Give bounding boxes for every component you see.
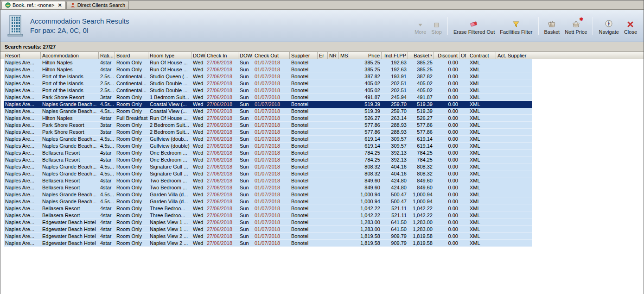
column-header-incl_fl_pp[interactable]: Incl.Fl.PP (382, 52, 408, 59)
table-row[interactable]: Naples Are...Edgewater Beach Hotel4starR… (4, 219, 532, 226)
cell-incl_fl_pp: 521.11 (382, 205, 408, 212)
cell-board: Room Only (115, 136, 148, 142)
cell-ms (339, 115, 349, 121)
cell-room_type: Studio Double ... (148, 80, 191, 87)
table-row[interactable]: Naples Are...Naples Grande Beach...4.5s.… (4, 191, 532, 198)
column-header-supplier[interactable]: Supplier (290, 52, 318, 59)
cell-rating: 4.5s... (99, 191, 115, 198)
column-header-discount[interactable]: Discount (434, 52, 459, 59)
cell-rating: 3star (99, 129, 115, 135)
more-arrow-icon (417, 19, 423, 28)
table-row[interactable]: Naples Are...Naples Grande Beach...4.5s.… (4, 136, 532, 143)
column-header-dow_in[interactable]: DOW (191, 52, 205, 59)
cell-room_type: Two Bedroom ... (148, 184, 191, 191)
table-row[interactable]: Naples Are...Naples Grande Beach...4.5s.… (4, 170, 532, 177)
column-header-accommodation[interactable]: Accommodation (41, 52, 99, 59)
tab-booking-ref[interactable]: Book. ref.: <none> ✕ (1, 1, 66, 9)
cell-accommodation: Hilton Naples (41, 66, 99, 73)
table-row[interactable]: Naples Are...Naples Grande Beach...4.5s.… (4, 143, 532, 150)
cell-contract: XML (468, 101, 496, 107)
basket-button[interactable]: Basket (544, 19, 560, 35)
column-header-act_supplier[interactable]: Act. Supplier (496, 52, 532, 59)
cell-basket: 784.25 (408, 150, 434, 156)
table-row[interactable]: Naples Are...Park Shore Resort3starRoom … (4, 94, 532, 101)
column-header-contract[interactable]: Contract (468, 52, 496, 59)
table-row[interactable]: Naples Are...Naples Grande Beach...4.5s.… (4, 101, 532, 108)
cell-act_supplier (496, 150, 532, 156)
column-header-ms[interactable]: MS (339, 52, 349, 59)
column-header-price[interactable]: Price (349, 52, 382, 59)
cell-er (318, 184, 328, 191)
table-row[interactable]: Naples Are...Naples Grande Beach...4.5s.… (4, 163, 532, 170)
cell-room_type: Signature Gulf ... (148, 170, 191, 177)
cell-room_type: One Bedroom ... (148, 150, 191, 156)
table-row[interactable]: Naples Are...Naples Grande Beach...4.5s.… (4, 198, 532, 205)
column-header-rating[interactable]: Rati... (99, 52, 115, 59)
table-row[interactable]: Naples Are...Edgewater Beach Hotel4starR… (4, 240, 532, 247)
more-button[interactable]: More (414, 19, 426, 35)
cell-contract: XML (468, 80, 496, 87)
close-button[interactable]: Close (624, 19, 637, 35)
cell-dow_out: Sun (238, 240, 253, 246)
table-row[interactable]: Naples Are...Hilton Naples4starFull Brea… (4, 115, 532, 122)
table-row[interactable]: Naples Are...Port of the Islands2.5s...C… (4, 87, 532, 94)
cell-resort: Naples Are... (4, 240, 41, 246)
cell-supplier: Bonotel (290, 101, 318, 107)
table-row[interactable]: Naples Are...Naples Grande Beach...4.5s.… (4, 108, 532, 115)
table-row[interactable]: Naples Are...Bellasera Resort4starRoom O… (4, 150, 532, 156)
tab-direct-clients-search[interactable]: Direct Clients Search (66, 1, 129, 9)
column-header-nr[interactable]: NR (328, 52, 339, 59)
cell-price: 519.39 (349, 108, 382, 114)
cell-dow_out: Sun (238, 129, 253, 135)
cell-accommodation: Naples Grande Beach... (41, 108, 99, 114)
facilities-filter-button[interactable]: Facilities Filter (500, 19, 532, 35)
table-row[interactable]: Naples Are...Bellasera Resort4starRoom O… (4, 205, 532, 212)
cell-nr (328, 205, 339, 212)
erase-filtered-out-button[interactable]: Erase Filtered Out (453, 19, 495, 35)
table-row[interactable]: Naples Are...Edgewater Beach Hotel4starR… (4, 226, 532, 233)
column-header-check_in[interactable]: Check In (205, 52, 238, 59)
stop-button[interactable]: Stop (431, 19, 442, 35)
tab-close-icon[interactable]: ✕ (58, 3, 62, 7)
table-row[interactable]: Naples Are...Park Shore Resort3starRoom … (4, 122, 532, 129)
column-header-room_type[interactable]: Room type (148, 52, 191, 59)
column-header-dow_out[interactable]: DOW (238, 52, 253, 59)
cell-room_type: Coastal View (... (148, 101, 191, 107)
toolbar-separator (447, 17, 448, 35)
cell-nr (328, 59, 339, 66)
table-row[interactable]: Naples Are...Bellasera Resort4starRoom O… (4, 156, 532, 163)
cell-dow_in: Wed (191, 143, 205, 149)
table-row[interactable]: Naples Are...Hilton Naples4starRoom Only… (4, 59, 532, 66)
column-header-of[interactable]: Of (459, 52, 468, 59)
cell-act_supplier (496, 94, 532, 100)
cell-nr (328, 226, 339, 232)
column-header-er[interactable]: Er (318, 52, 328, 59)
table-row[interactable]: Naples Are...Bellasera Resort4starRoom O… (4, 212, 532, 219)
table-row[interactable]: Naples Are...Bellasera Resort4starRoom O… (4, 184, 532, 191)
cell-discount: 0.00 (434, 143, 459, 149)
column-header-board[interactable]: Board (115, 52, 148, 59)
column-header-check_out[interactable]: Check Out (253, 52, 290, 59)
table-row[interactable]: Naples Are...Port of the Islands2.5s...C… (4, 80, 532, 87)
column-header-resort[interactable]: Resort (4, 52, 41, 59)
cell-dow_in: Wed (191, 66, 205, 73)
cell-check_out: 01/07/2018 (253, 198, 290, 205)
cell-act_supplier (496, 101, 532, 107)
navigate-button[interactable]: Navigate (599, 19, 618, 35)
cell-resort: Naples Are... (4, 163, 41, 170)
column-header-basket[interactable]: Basket▾ (408, 52, 434, 59)
table-row[interactable]: Naples Are...Hilton Naples4starRoom Only… (4, 66, 532, 73)
cell-discount: 0.00 (434, 115, 459, 121)
cell-resort: Naples Are... (4, 198, 41, 205)
cell-basket: 808.32 (408, 163, 434, 170)
cell-act_supplier (496, 122, 532, 128)
nett-price-button[interactable]: ✱ Nett Price (565, 19, 587, 35)
table-row[interactable]: Naples Are...Edgewater Beach Hotel4starR… (4, 233, 532, 240)
cell-er (318, 163, 328, 170)
toolbar-separator (538, 17, 539, 35)
table-row[interactable]: Naples Are...Bellasera Resort4starRoom O… (4, 177, 532, 184)
cell-price: 577.86 (349, 122, 382, 128)
table-row[interactable]: Naples Are...Park Shore Resort3starRoom … (4, 129, 532, 136)
table-row[interactable]: Naples Are...Port of the Islands2.5s...C… (4, 73, 532, 80)
cell-basket: 1,283.00 (408, 226, 434, 232)
